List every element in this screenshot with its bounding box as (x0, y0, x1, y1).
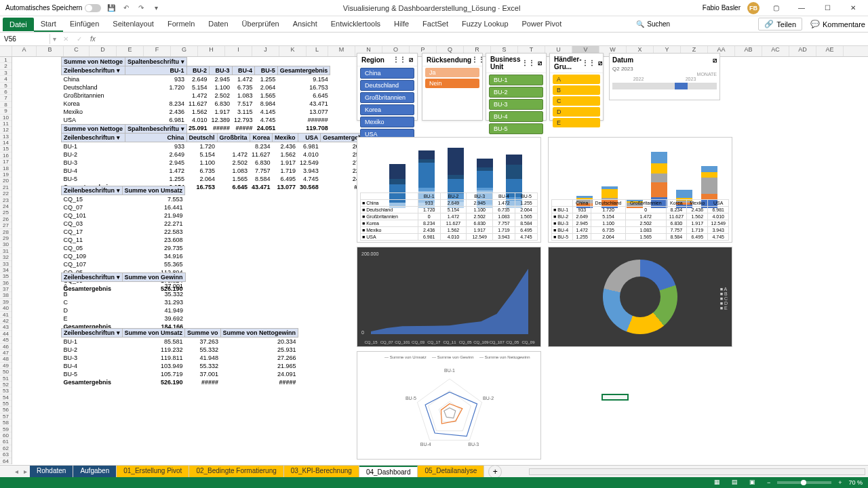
row-header[interactable]: 1 (0, 57, 12, 63)
row-header[interactable]: 24 (0, 203, 12, 209)
row-header[interactable]: 6 (0, 89, 12, 95)
ribbon-tab-daten[interactable]: Daten (201, 17, 235, 32)
ribbon-tab-ansicht[interactable]: Ansicht (286, 17, 324, 32)
zoom-level[interactable]: 70 % (848, 479, 863, 486)
row-header[interactable]: 21 (0, 184, 12, 190)
row-header[interactable]: 9 (0, 108, 12, 114)
toggle-switch[interactable] (85, 4, 101, 12)
row-header[interactable]: 56 (0, 407, 12, 413)
sheet-nav-first-icon[interactable]: ◂ (12, 468, 21, 475)
row-header[interactable]: 26 (0, 216, 12, 222)
ribbon-tab-fuzzy lookup[interactable]: Fuzzy Lookup (455, 17, 515, 32)
row-header[interactable]: 51 (0, 375, 12, 382)
row-header[interactable]: 12 (0, 127, 12, 133)
multiselect-icon[interactable]: ⋮⋮ (582, 59, 595, 67)
col-header[interactable]: F (144, 46, 171, 56)
col-header[interactable]: K (279, 46, 307, 56)
row-header[interactable]: 55 (0, 401, 12, 407)
slicer-item[interactable]: BU-3 (489, 99, 543, 110)
slicer-item[interactable]: Ja (425, 68, 479, 77)
ribbon-tab-power pivot[interactable]: Power Pivot (515, 17, 569, 32)
pivot-table-5[interactable]: Zeilenbeschriftun ▾Summe von UmsatzSumme… (61, 328, 298, 386)
sheet-tab[interactable]: 05_Detailanalyse (418, 466, 484, 477)
row-header[interactable]: 23 (0, 197, 12, 203)
col-header[interactable]: L (307, 46, 328, 56)
row-header[interactable]: 62 (0, 445, 12, 451)
slicer-item[interactable]: E (553, 118, 600, 127)
row-header[interactable]: 57 (0, 413, 12, 420)
row-header[interactable]: 43 (0, 324, 12, 330)
file-tab[interactable]: Datei (3, 18, 34, 31)
slicer-item[interactable]: Mexiko (360, 117, 414, 127)
clear-filter-icon[interactable]: ⧄ (598, 59, 602, 67)
normal-view-icon[interactable]: ▦ (714, 479, 725, 487)
row-header[interactable]: 14 (0, 140, 12, 146)
slicer-item[interactable]: C (553, 96, 600, 106)
sheet-tab[interactable]: 01_Erstellung Pivot (117, 466, 189, 477)
col-header[interactable]: I (225, 46, 252, 56)
search-box[interactable]: 🔍 Suchen (636, 20, 758, 28)
sheet-tab[interactable]: 04_Dashboard (359, 466, 418, 477)
row-header[interactable]: 63 (0, 451, 12, 458)
col-header[interactable]: A (12, 46, 37, 56)
namebox-dropdown-icon[interactable]: ▾ (50, 35, 59, 43)
sheet-nav-prev-icon[interactable]: ▸ (21, 468, 30, 475)
row-header[interactable]: 47 (0, 350, 12, 356)
slicer-item[interactable]: BU-5 (489, 123, 543, 134)
ribbon-tab-factset[interactable]: FactSet (416, 17, 455, 32)
selected-cell[interactable] (601, 394, 629, 401)
sheet-tab[interactable]: Aufgaben (73, 466, 117, 477)
row-header[interactable]: 37 (0, 286, 12, 292)
col-header[interactable]: J (252, 46, 279, 56)
undo-icon[interactable]: ↶ (121, 3, 131, 13)
fx-icon[interactable]: fx (86, 35, 100, 43)
slicer-region[interactable]: Region⋮⋮⧄ ChinaDeutschlandGroßbritannien… (357, 53, 418, 121)
row-header[interactable]: 8 (0, 102, 12, 108)
row-header[interactable]: 49 (0, 363, 12, 369)
row-header[interactable]: 25 (0, 209, 12, 216)
row-header[interactable]: 60 (0, 432, 12, 439)
row-header[interactable]: 39 (0, 299, 12, 305)
multiselect-icon[interactable]: ⋮⋮ (393, 56, 406, 64)
row-header[interactable]: 44 (0, 331, 12, 337)
name-box[interactable]: V56 (0, 34, 50, 44)
row-header[interactable]: 52 (0, 382, 12, 388)
slicer-item[interactable]: BU-4 (489, 111, 543, 122)
col-header[interactable]: AE (816, 46, 844, 56)
row-header[interactable]: 50 (0, 369, 12, 375)
row-headers[interactable]: 1234567891011121314151617181920212223242… (0, 57, 12, 464)
row-header[interactable]: 19 (0, 171, 12, 178)
multiselect-icon[interactable]: ⋮⋮ (521, 59, 535, 67)
col-header[interactable]: C (64, 46, 90, 56)
row-header[interactable]: 33 (0, 261, 12, 267)
row-header[interactable]: 38 (0, 292, 12, 298)
sheet-tab[interactable]: 03_KPI-Berechnung (284, 466, 359, 477)
chart-radar[interactable]: BU-1BU-2BU-3BU-4BU-5— Summe von Umsatz— … (357, 351, 541, 460)
clear-timeline-icon[interactable]: ⧄ (713, 56, 717, 64)
col-header[interactable]: M (328, 46, 355, 56)
zoom-out-icon[interactable]: − (767, 479, 770, 486)
ribbon-tab-einfügen[interactable]: Einfügen (63, 17, 106, 32)
row-header[interactable]: 5 (0, 83, 12, 89)
row-header[interactable]: 15 (0, 146, 12, 152)
row-header[interactable]: 31 (0, 248, 12, 254)
ribbon-display-icon[interactable]: ▢ (766, 1, 785, 15)
col-header[interactable]: H (198, 46, 225, 56)
row-header[interactable]: 20 (0, 178, 12, 184)
row-header[interactable]: 42 (0, 318, 12, 324)
row-header[interactable]: 22 (0, 190, 12, 197)
row-header[interactable]: 17 (0, 159, 12, 165)
row-header[interactable]: 46 (0, 344, 12, 350)
share-button[interactable]: 🔗 Teilen (758, 18, 802, 30)
col-header[interactable]: AC (762, 46, 789, 56)
pivot-table-4[interactable]: Zeilenbeschriftun ▾Summe von GewinnA37.0… (61, 272, 186, 331)
slicer-item[interactable]: Deutschland (360, 80, 414, 91)
page-layout-icon[interactable]: ▤ (732, 479, 743, 487)
col-header[interactable]: AB (735, 46, 762, 56)
clear-filter-icon[interactable]: ⧄ (409, 56, 413, 64)
row-header[interactable]: 53 (0, 388, 12, 394)
row-header[interactable]: 45 (0, 337, 12, 343)
ribbon-tab-überprüfen[interactable]: Überprüfen (235, 17, 286, 32)
ribbon-tab-formeln[interactable]: Formeln (161, 17, 201, 32)
row-header[interactable]: 64 (0, 458, 12, 464)
